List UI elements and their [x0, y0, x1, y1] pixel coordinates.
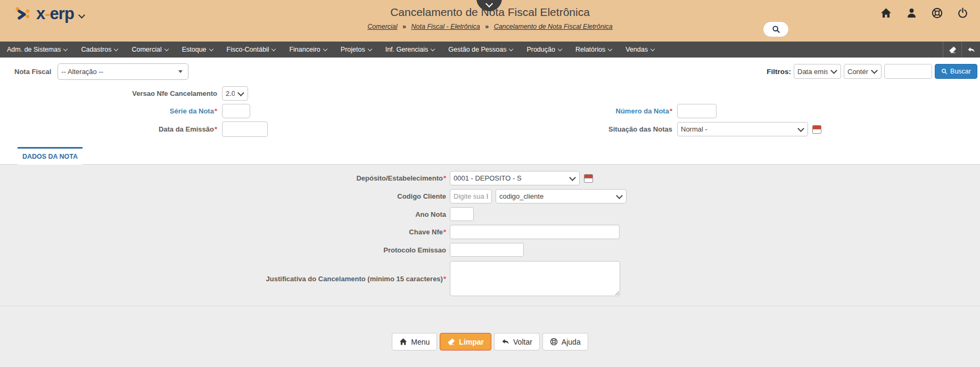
menu-item-label: Projetos	[341, 46, 365, 53]
life-ring-icon	[550, 338, 558, 346]
search-icon	[772, 25, 780, 34]
tab-strip: DADOS DA NOTA	[0, 146, 980, 165]
reply-icon	[967, 46, 975, 54]
user-icon[interactable]	[906, 7, 917, 19]
deposito-lookup-icon[interactable]	[584, 174, 593, 183]
menu-item-gestao-de-pessoas[interactable]: Gestão de Pessoas	[441, 42, 520, 58]
protocolo-emissao-input[interactable]	[450, 243, 524, 257]
filter-operator-select[interactable]: Contém	[844, 64, 882, 79]
menu-item-label: Estoque	[182, 46, 207, 53]
footer-buttons: Menu Limpar Voltar Ajuda	[0, 306, 980, 350]
caret-down-icon	[323, 47, 327, 51]
button-label: Limpar	[459, 338, 484, 346]
button-label: Menu	[411, 338, 430, 346]
power-icon[interactable]	[957, 7, 968, 19]
menu-item-label: Cadastros	[81, 46, 111, 53]
caret-down-icon	[164, 47, 168, 51]
button-label: Buscar	[950, 68, 971, 75]
buscar-button[interactable]: Buscar	[935, 64, 977, 79]
menu-item-vendas[interactable]: Vendas	[619, 42, 661, 58]
home-icon	[399, 338, 407, 346]
calendar-lookup-icon[interactable]	[812, 125, 821, 134]
logo-icon	[14, 4, 32, 22]
menu-item-label: Vendas	[625, 46, 648, 53]
versao-nfe-label: Versao Nfe Cancelamento	[0, 89, 217, 97]
menu-item-comercial[interactable]: Comercial	[125, 42, 175, 58]
menu-item-relatorios[interactable]: Relatórios	[569, 42, 619, 58]
go-back-button[interactable]	[961, 42, 980, 58]
button-label: Ajuda	[562, 338, 581, 346]
ano-nota-input[interactable]	[450, 207, 474, 221]
situacao-das-notas-select[interactable]: Normal -	[677, 122, 808, 136]
caret-down-icon	[608, 47, 612, 51]
menu-item-label: Produção	[526, 46, 555, 53]
menu-item-label: Financeiro	[289, 46, 320, 53]
data-emissao-input[interactable]	[222, 121, 268, 137]
menu-item-label: Relatórios	[575, 46, 605, 53]
numero-da-nota-input[interactable]	[677, 104, 717, 118]
caret-down-icon	[63, 47, 68, 51]
nota-fiscal-select[interactable]: -- Alteração --	[57, 63, 188, 80]
ajuda-button[interactable]: Ajuda	[542, 333, 588, 350]
breadcrumb-link[interactable]: Nota Fiscal - Eletrônica	[411, 23, 480, 30]
footer: Menu Limpar Voltar Ajuda	[0, 306, 980, 367]
versao-nfe-select[interactable]: 2.00	[222, 86, 248, 101]
justificativa-textarea[interactable]	[450, 261, 620, 296]
home-icon[interactable]	[880, 7, 892, 19]
caret-down-icon	[558, 47, 562, 51]
chave-nfe-label: Chave Nfe*	[0, 228, 446, 236]
breadcrumb: Comercial » Nota Fiscal - Eletrônica » C…	[0, 23, 980, 30]
serie-da-nota-input[interactable]	[222, 104, 250, 118]
tab-dados-da-nota[interactable]: DADOS DA NOTA	[18, 147, 83, 165]
serie-da-nota-label: Série da Nota*	[0, 107, 217, 115]
menu-item-label: Fisco-Contábil	[227, 46, 269, 53]
deposito-select[interactable]: 0001 - DEPOSITO - S	[450, 171, 580, 185]
breadcrumb-link[interactable]: Cancelamento de Nota Fiscal Eletrônica	[494, 23, 613, 30]
menu-button[interactable]: Menu	[392, 333, 437, 350]
chave-nfe-input[interactable]	[450, 225, 620, 239]
voltar-button[interactable]: Voltar	[494, 333, 540, 350]
situacao-das-notas-label: Situação das Notas	[490, 125, 672, 133]
menu-item-estoque[interactable]: Estoque	[175, 42, 220, 58]
filter-query-input[interactable]	[884, 64, 932, 79]
menu-item-financeiro[interactable]: Financeiro	[282, 42, 333, 58]
caret-down-icon	[209, 47, 213, 51]
dados-da-nota-panel: Depósito/Estabelecimento* 0001 - DEPOSIT…	[0, 165, 980, 306]
eraser-icon	[949, 46, 957, 54]
menu-item-fisco-contabil[interactable]: Fisco-Contábil	[220, 42, 283, 58]
limpar-button[interactable]: Limpar	[440, 333, 491, 350]
logo[interactable]: x-erp	[14, 4, 84, 22]
top-form: Nota Fiscal -- Alteração -- Filtros: Dat…	[0, 58, 980, 146]
caret-down-icon	[271, 47, 276, 51]
search-icon	[941, 68, 948, 75]
caret-down-icon	[650, 47, 655, 51]
protocolo-emissao-label: Protocolo Emissao	[0, 246, 446, 254]
nota-fiscal-label: Nota Fiscal	[14, 68, 51, 76]
menu-item-label: Inf. Gerenciais	[385, 46, 429, 53]
breadcrumb-separator: »	[402, 23, 406, 30]
menu-item-label: Adm. de Sistemas	[7, 46, 61, 53]
menu-right-actions	[943, 42, 980, 58]
codigo-cliente-select[interactable]: codigo_cliente	[496, 189, 627, 203]
reply-icon	[501, 338, 509, 346]
header-search-button[interactable]	[763, 22, 788, 37]
life-ring-icon[interactable]	[932, 7, 943, 19]
menu-item-projetos[interactable]: Projetos	[334, 42, 378, 58]
menu-item-producao[interactable]: Produção	[520, 42, 569, 58]
codigo-cliente-search-input[interactable]	[450, 189, 492, 203]
menu-item-cadastros[interactable]: Cadastros	[74, 42, 125, 58]
filters-bar: Filtros: Data emissão Contém Buscar	[767, 64, 977, 79]
caret-down-icon	[114, 47, 118, 51]
filter-field-select[interactable]: Data emissão	[794, 64, 841, 79]
menu-item-label: Comercial	[131, 46, 161, 53]
menu-item-inf-gerenciais[interactable]: Inf. Gerenciais	[378, 42, 442, 58]
breadcrumb-separator: »	[485, 23, 489, 30]
caret-down-icon	[509, 47, 513, 51]
chevron-down-icon	[78, 12, 85, 19]
menu-item-label: Gestão de Pessoas	[448, 46, 506, 53]
breadcrumb-link[interactable]: Comercial	[367, 23, 397, 30]
codigo-cliente-label: Codigo Cliente	[0, 192, 446, 200]
menu-item-adm-de-sistemas[interactable]: Adm. de Sistemas	[0, 42, 74, 58]
logo-text: x-erp	[36, 5, 74, 22]
clear-screen-button[interactable]	[943, 42, 961, 58]
